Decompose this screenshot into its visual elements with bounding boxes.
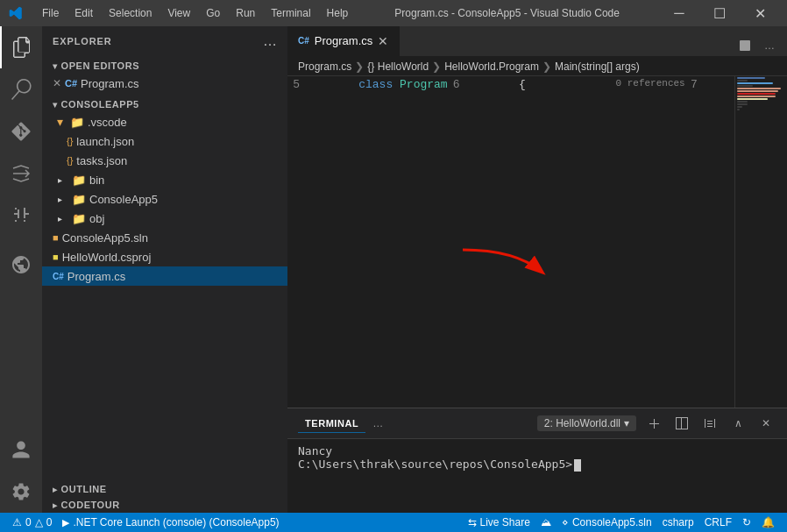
breadcrumb-namespace[interactable]: {} HelloWorld bbox=[367, 60, 429, 73]
activity-extensions[interactable] bbox=[0, 195, 42, 237]
tab-label: Program.cs bbox=[315, 34, 372, 47]
outline-label: OUTLINE bbox=[61, 484, 107, 494]
menu-go[interactable]: Go bbox=[199, 5, 227, 21]
warning-count: 0 bbox=[46, 516, 53, 528]
close-button[interactable]: ✕ bbox=[740, 0, 780, 26]
open-editors-label: OPEN EDITORS bbox=[61, 60, 140, 71]
close-tab-icon[interactable]: ✕ bbox=[53, 77, 61, 89]
line-num-5: 5 bbox=[287, 76, 314, 93]
status-solution[interactable]: ⋄ ConsoleApp5.sln bbox=[557, 513, 657, 532]
tree-label: .vscode bbox=[88, 116, 127, 129]
menu-terminal[interactable]: Terminal bbox=[264, 5, 317, 21]
outline-arrow: ▸ bbox=[53, 485, 58, 494]
tree-consoleapp5-folder[interactable]: ▸ 📁 ConsoleApp5 bbox=[42, 189, 287, 209]
language-label: csharp bbox=[663, 516, 694, 528]
status-sync[interactable]: ↻ bbox=[737, 513, 756, 532]
no-breakpoint-6 bbox=[474, 78, 488, 92]
activity-git[interactable] bbox=[0, 110, 42, 153]
sync-icon: ↻ bbox=[742, 516, 751, 528]
codetour-header[interactable]: ▸ CODETOUR bbox=[42, 497, 287, 513]
tree-csproj[interactable]: ■ HelloWorld.csproj bbox=[42, 247, 287, 266]
activity-account[interactable] bbox=[0, 429, 42, 471]
close-terminal-button[interactable]: ✕ bbox=[755, 413, 776, 434]
tree-sln[interactable]: ■ ConsoleApp5.sln bbox=[42, 228, 287, 247]
status-remote[interactable]: ⛰ bbox=[535, 513, 557, 532]
kill-terminal-button[interactable] bbox=[699, 413, 720, 434]
tree-label: Program.cs bbox=[67, 270, 125, 283]
terminal-user: Nancy bbox=[298, 444, 776, 458]
terminal-controls: 2: HelloWorld.dll ▾ ∧ ✕ bbox=[537, 413, 776, 434]
activity-remote[interactable] bbox=[0, 244, 42, 286]
breadcrumb-class[interactable]: HelloWorld.Program bbox=[444, 60, 539, 73]
vscode-logo bbox=[7, 4, 25, 22]
error-count: 0 bbox=[25, 516, 32, 528]
menu-view[interactable]: View bbox=[160, 5, 197, 21]
activity-search[interactable] bbox=[0, 68, 42, 110]
breadcrumb-file[interactable]: Program.cs bbox=[298, 60, 351, 73]
more-actions-button[interactable]: … bbox=[759, 35, 780, 56]
sidebar-bottom: ▸ OUTLINE ▸ CODETOUR bbox=[42, 481, 287, 513]
encoding-label: CRLF bbox=[705, 516, 732, 528]
menu-run[interactable]: Run bbox=[229, 5, 262, 21]
tree-obj[interactable]: ▸ 📁 obj bbox=[42, 209, 287, 228]
tree-label: bin bbox=[89, 174, 104, 187]
tree-vscode[interactable]: ▾ 📁 .vscode bbox=[42, 112, 287, 131]
status-live-share[interactable]: ⇆ Live Share bbox=[463, 513, 535, 532]
outline-header[interactable]: ▸ OUTLINE bbox=[42, 481, 287, 497]
activity-run[interactable] bbox=[0, 153, 42, 195]
statusbar: ⚠ 0 △ 0 ▶ .NET Core Launch (console) (Co… bbox=[0, 513, 787, 532]
menu-help[interactable]: Help bbox=[320, 5, 356, 21]
status-language[interactable]: csharp bbox=[657, 513, 699, 532]
open-editors-section: ▾ OPEN EDITORS ✕ C# Program.cs bbox=[42, 56, 287, 95]
terminal-header: TERMINAL … 2: HelloWorld.dll ▾ bbox=[287, 408, 787, 439]
line-num-6: 6 bbox=[448, 76, 474, 93]
window-controls: ─ ☐ ✕ bbox=[659, 0, 780, 26]
add-terminal-button[interactable] bbox=[643, 413, 664, 434]
line-num-ref: . bbox=[526, 76, 552, 92]
code-line-ref: . 0 references bbox=[526, 76, 685, 90]
menu-file[interactable]: File bbox=[35, 5, 66, 21]
no-breakpoint-7 bbox=[712, 78, 726, 92]
minimize-button[interactable]: ─ bbox=[659, 0, 699, 26]
debug-icon: ▶ bbox=[62, 517, 69, 528]
tree-tasks-json[interactable]: {} tasks.json bbox=[42, 151, 287, 170]
tree-bin[interactable]: ▸ 📁 bin bbox=[42, 170, 287, 189]
breadcrumb-method[interactable]: Main(string[] args) bbox=[555, 60, 640, 73]
code-line-6: 6 { bbox=[448, 76, 526, 93]
breadcrumb-sep1: ❯ bbox=[355, 60, 364, 73]
tree-launch-json[interactable]: {} launch.json bbox=[42, 131, 287, 151]
sidebar-menu-button[interactable]: … bbox=[263, 33, 277, 49]
no-breakpoint-ref bbox=[552, 76, 566, 90]
project-header[interactable]: ▾ CONSOLEAPP5 bbox=[42, 96, 287, 112]
status-errors[interactable]: ⚠ 0 △ 0 bbox=[7, 513, 57, 532]
tree-label: ConsoleApp5 bbox=[89, 193, 158, 206]
status-debug-branch[interactable]: ▶ .NET Core Launch (console) (ConsoleApp… bbox=[57, 513, 284, 532]
activity-settings[interactable] bbox=[0, 471, 42, 513]
open-editors-header[interactable]: ▾ OPEN EDITORS bbox=[42, 58, 287, 74]
tab-close-button[interactable]: ✕ bbox=[378, 34, 388, 48]
terminal-more-button[interactable]: … bbox=[372, 417, 383, 429]
split-terminal-button[interactable] bbox=[671, 413, 692, 434]
status-notifications[interactable]: 🔔 bbox=[756, 513, 780, 532]
open-editor-program-cs[interactable]: ✕ C# Program.cs bbox=[42, 74, 287, 93]
code-editor[interactable]: 5 class Program 6 { . 0 references bbox=[287, 76, 734, 408]
menu-edit[interactable]: Edit bbox=[67, 5, 100, 21]
tab-program-cs[interactable]: C# Program.cs ✕ bbox=[287, 26, 400, 56]
live-share-label: Live Share bbox=[480, 516, 530, 528]
remote-icon: ⛰ bbox=[541, 516, 551, 528]
main-layout: EXPLORER … ▾ OPEN EDITORS ✕ C# Program.c… bbox=[0, 26, 787, 513]
activity-explorer[interactable] bbox=[0, 26, 42, 68]
terminal-body[interactable]: Nancy C:\Users\thrak\source\repos\Consol… bbox=[287, 439, 787, 513]
terminal-tab[interactable]: TERMINAL bbox=[298, 415, 365, 433]
terminal-instance-dropdown[interactable]: 2: HelloWorld.dll ▾ bbox=[537, 415, 636, 431]
sidebar-title: EXPLORER bbox=[53, 36, 112, 46]
project-arrow: ▾ bbox=[53, 100, 58, 110]
terminal-panel: TERMINAL … 2: HelloWorld.dll ▾ bbox=[287, 408, 787, 513]
folder-icon: ▸ bbox=[53, 173, 67, 187]
maximize-button[interactable]: ☐ bbox=[699, 0, 740, 26]
maximize-terminal-button[interactable]: ∧ bbox=[727, 413, 748, 434]
menu-selection[interactable]: Selection bbox=[102, 5, 159, 21]
tree-program-cs[interactable]: C# Program.cs bbox=[42, 266, 287, 286]
status-encoding[interactable]: CRLF bbox=[699, 513, 737, 532]
split-editor-button[interactable] bbox=[734, 35, 755, 56]
